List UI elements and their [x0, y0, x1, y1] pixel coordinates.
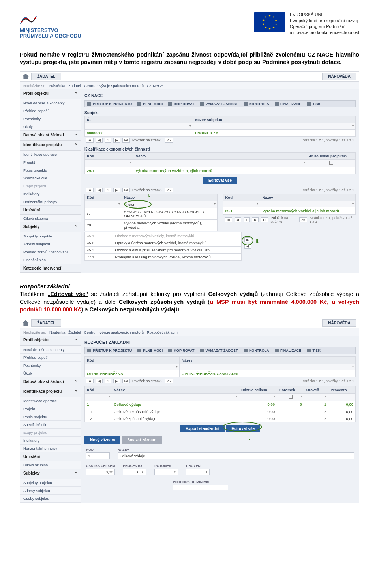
sidebar-item[interactable]: Popis projektu	[20, 166, 81, 174]
tool-tisk[interactable]: TISK	[307, 102, 321, 106]
sidebar-item[interactable]: Adresy subjektu	[20, 240, 81, 248]
sidebar-item[interactable]: Úkoly	[20, 123, 81, 131]
sidebar-item[interactable]: Horizontální principy	[20, 198, 81, 206]
editovat-vse-button[interactable]: Editovat vše	[203, 177, 237, 184]
chevron-up-icon[interactable]: ⌃	[74, 91, 78, 97]
page-size[interactable]: 25	[165, 138, 173, 143]
kod-input[interactable]: 1	[86, 452, 110, 459]
pager-prev[interactable]: ◀	[96, 188, 103, 192]
panel-title: ROZPOČET ZÁKLADNÍ	[84, 338, 356, 347]
page-size[interactable]: 25	[165, 188, 173, 192]
tab-zadatel[interactable]: ŽADATEL	[31, 73, 61, 80]
pager-prev[interactable]: ◀	[96, 138, 103, 143]
home-icon[interactable]	[23, 74, 29, 79]
sidebar-item[interactable]: Nová depeše a koncepty	[20, 99, 81, 107]
sidebar-item[interactable]: Přehled zdrojů financování	[20, 248, 81, 256]
procento-input[interactable]: 0,00	[123, 469, 146, 475]
copy-icon	[168, 349, 172, 352]
filter-motor[interactable]: *motor	[122, 201, 217, 208]
pager-first[interactable]: ⏮	[86, 138, 94, 143]
breadcrumb: Nacházíte se: Nástěnka Žadatel Centrum v…	[20, 82, 359, 89]
sidebar: Profil objektu⌃ Nová depeše a koncepty P…	[20, 89, 81, 273]
toolbar: PŘÍSTUP K PROJEKTU PLNÉ MOCI KOPÍROVAT V…	[84, 100, 356, 107]
tool-kontrola[interactable]: KONTROLA	[244, 102, 269, 106]
toolbar: PŘÍSTUP K PROJEKTU PLNÉ MOCI KOPÍROVAT V…	[84, 347, 356, 354]
nazev-input[interactable]: Celkové výdaje	[118, 452, 354, 459]
annotation-1: I.	[247, 435, 250, 441]
breadcrumb: Nacházíte se: Nástěnka Žadatel Centrum v…	[20, 328, 359, 336]
pager-next[interactable]: ▶	[113, 188, 120, 192]
section-subjekt: Subjekt	[84, 111, 356, 115]
sidebar-item[interactable]: Projekt	[20, 158, 81, 166]
pager-page[interactable]: 1	[105, 188, 111, 192]
print-icon	[307, 102, 311, 106]
right-nace-table: KódNázev 29.1Výroba motorových vozidel a…	[223, 194, 356, 215]
sidebar-item[interactable]: Etapy projektu	[20, 182, 81, 190]
ic-value[interactable]: 00000000	[85, 129, 193, 136]
eu-title: EVROPSKÁ UNIE	[290, 12, 359, 18]
tool-vymazat[interactable]: VYMAZAT ŽÁDOST	[200, 102, 238, 106]
sidebar-item[interactable]: Identifikace operace	[20, 151, 81, 158]
intro-paragraph: Pokud nemáte v registru živnostenského p…	[20, 51, 359, 66]
potomek-input[interactable]: 0	[154, 469, 178, 475]
sidebar-item[interactable]: Subjekty projektu	[20, 232, 81, 240]
lock-icon	[275, 102, 279, 106]
sidebar-item[interactable]: Indikátory	[20, 190, 81, 198]
sidebar: Profil objektu⌃ Nová depeše a koncepty P…	[20, 336, 81, 503]
sidebar-item[interactable]: Přehled depeší	[20, 107, 81, 115]
subject-table: IČNázev subjektu 00000000ENGINE s.r.o.	[84, 116, 356, 137]
chevron-up-icon[interactable]: ⌃	[74, 224, 78, 230]
tab-napoveda[interactable]: NÁPOVĚDA	[322, 73, 356, 80]
filter-input[interactable]	[85, 123, 193, 129]
rozpocet-paragraph: Rozpočet základní Tlačítkem „Editovat vš…	[20, 283, 359, 314]
podpora-input[interactable]	[173, 485, 228, 490]
sidebar-item[interactable]: Specifické cíle	[20, 174, 81, 182]
tab-napoveda[interactable]: NÁPOVĚDA	[322, 319, 356, 327]
editovat-vse-button[interactable]: Editovat vše	[226, 425, 260, 432]
delete-icon	[200, 102, 204, 106]
castka-input[interactable]: 0,00	[86, 469, 115, 475]
pager-last[interactable]: ⏭	[122, 188, 130, 192]
bottom-nace-table: 45.1Obchod s motorovými vozidly, kromě m…	[84, 232, 242, 261]
left-nace-table: KódNázev *motor GSEKCE G - VELKOOBCHOD A…	[84, 194, 218, 231]
smazat-zaznam-button[interactable]: Smazat záznam	[122, 436, 162, 444]
pager-page[interactable]: 1	[105, 138, 111, 143]
move-right-button[interactable]: ▶	[244, 237, 251, 242]
filter-input[interactable]	[193, 123, 355, 129]
sidebar-item[interactable]: Finanční plán	[20, 256, 81, 264]
novy-zaznam-button[interactable]: Nový záznam	[84, 436, 120, 444]
section-klasifikace: Klasifikace ekonomických činností	[84, 147, 356, 151]
tool-plne[interactable]: PLNÉ MOCI	[137, 102, 163, 106]
sidebar-item[interactable]: Poznámky	[20, 115, 81, 123]
pager-next[interactable]: ▶	[113, 138, 120, 143]
pager-last[interactable]: ⏭	[122, 138, 130, 143]
users-icon	[87, 349, 91, 352]
tool-pristup[interactable]: PŘÍSTUP K PROJEKTU	[87, 102, 132, 106]
budget-header-table: KódNázev OPPIK-PŘEDBĚŽNÁOPPIK-PŘEDBĚŽNÁ-…	[84, 356, 356, 377]
budget-table: Kód Název Částka celkem Potomek Úroveň P…	[84, 386, 356, 422]
mail-icon	[137, 102, 141, 106]
eu-line4: a inovace pro konkurenceschopnost	[290, 30, 359, 36]
copy-icon	[168, 102, 172, 106]
chevron-up-icon[interactable]: ⌃	[74, 133, 78, 138]
subject-name[interactable]: ENGINE s.r.o.	[193, 129, 355, 136]
tab-zadatel[interactable]: ŽADATEL	[31, 319, 61, 327]
tool-kopirovat[interactable]: KOPÍROVAT	[168, 102, 194, 106]
eu-line2: Evropský fond pro regionální rozvoj	[290, 18, 359, 24]
screenshot-cz-nace: ŽADATEL NÁPOVĚDA Nacházíte se: Nástěnka …	[20, 71, 359, 273]
export-button[interactable]: Export standardní	[180, 425, 225, 432]
uroven-input[interactable]: 1	[186, 469, 210, 475]
ministry-name-2: PRŮMYSLU A OBCHODU	[20, 33, 87, 39]
chevron-up-icon[interactable]: ⌃	[74, 143, 78, 148]
tool-finalizace[interactable]: FINALIZACE	[275, 102, 302, 106]
checkbox[interactable]	[329, 161, 333, 165]
sidebar-item[interactable]: Cílová skupina	[20, 215, 81, 222]
home-icon[interactable]	[23, 320, 29, 326]
pager-first[interactable]: ⏮	[86, 188, 94, 192]
eu-flag-icon: ★ ★ ★ ★ ★ ★ ★ ★ ★ ★	[254, 12, 285, 32]
lock-icon	[275, 349, 279, 352]
check-icon	[244, 349, 248, 352]
delete-icon	[200, 349, 204, 352]
checkbox	[289, 395, 293, 399]
move-left-button[interactable]: ◀	[244, 244, 251, 249]
